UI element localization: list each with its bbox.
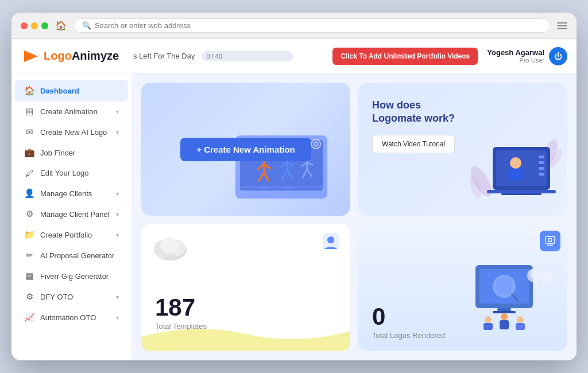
address-input[interactable] [95, 21, 541, 30]
chevron-icon-3: ▾ [116, 191, 119, 197]
ai-proposal-icon: ✏ [24, 250, 34, 261]
chevron-icon-6: ▾ [116, 294, 119, 300]
maximize-button[interactable] [41, 22, 48, 29]
sidebar-label-fiverr-gig: Fiverr Gig Generator [40, 272, 109, 281]
create-animation-icon: ▤ [24, 106, 34, 116]
create-animation-card: + Create New Animation [141, 83, 350, 216]
svg-rect-41 [487, 190, 556, 193]
svg-point-55 [496, 278, 512, 294]
sidebar-item-dfy-oto[interactable]: ⚙ DFY OTO ▾ [15, 286, 128, 307]
browser-chrome: 🏠 🔍 [11, 13, 577, 39]
svg-point-26 [258, 186, 270, 189]
svg-rect-39 [539, 167, 544, 170]
user-area: Yogesh Agarwal Pro User ⏻ [487, 47, 567, 65]
tutorial-heading-line1: How does [372, 99, 421, 111]
sidebar-label-create-animation: Create Animation [40, 107, 98, 116]
home-icon[interactable]: 🏠 [55, 20, 67, 31]
svg-point-50 [548, 238, 552, 242]
logo-icon [21, 46, 41, 67]
sidebar-label-create-portfolio: Create Portfolio [40, 231, 92, 239]
svg-marker-0 [24, 50, 38, 62]
tutorial-heading-line2: Logomate work? [372, 112, 455, 124]
sidebar-item-dashboard[interactable]: 🏠 Dashboard [15, 80, 128, 101]
svg-rect-37 [539, 156, 544, 158]
sidebar-item-create-portfolio[interactable]: 📁 Create Portfolio ▾ [15, 224, 128, 245]
sidebar-item-fiverr-gig[interactable]: ▦ Fiverr Gig Generator [15, 266, 128, 286]
sidebar-item-manage-clients[interactable]: 👤 Manage Clients ▾ [15, 183, 128, 204]
nav-center: s Left For The Day 0 / 40 [133, 51, 323, 61]
main-content: 🏠 Dashboard ▤ Create Animation ▾ ✉ Creat… [11, 73, 577, 360]
user-role: Pro User [487, 57, 544, 64]
sidebar-label-manage-client-panel: Manage Client Panel [40, 210, 110, 219]
search-icon: 🔍 [82, 21, 91, 30]
minimize-button[interactable] [31, 22, 38, 29]
sidebar-label-ai-proposal: AI Proposal Generator [40, 251, 114, 260]
edit-logo-icon: 🖊 [24, 168, 34, 178]
templates-card: 187 Total Templates [141, 224, 350, 351]
progress-text: 0 / 40 [206, 53, 222, 60]
progress-bar: 0 / 40 [202, 51, 293, 61]
sidebar-label-dashboard: Dashboard [40, 87, 79, 95]
chevron-icon-5: ▾ [116, 232, 119, 238]
sidebar-item-automation-oto[interactable]: 📈 Automation OTO ▾ [15, 307, 128, 328]
watch-video-button[interactable]: Watch Video Tutorial [372, 135, 455, 153]
chevron-icon: ▾ [116, 108, 119, 115]
sidebar-label-dfy-oto: DFY OTO [40, 293, 73, 301]
svg-point-46 [160, 238, 179, 254]
credits-label: s Left For The Day [133, 52, 195, 60]
person-icon [320, 233, 341, 258]
browser-window: 🏠 🔍 LogoAnimyze s Left For The Day [11, 13, 577, 360]
logos-count: 0 [372, 305, 554, 329]
automation-oto-icon: 📈 [24, 312, 34, 323]
close-button[interactable] [21, 22, 28, 29]
app-container: LogoAnimyze s Left For The Day 0 / 40 Cl… [11, 39, 577, 360]
sidebar-label-job-finder: Job Finder [40, 149, 75, 157]
sidebar-item-create-ai-logo[interactable]: ✉ Create New AI Logo ▾ [15, 122, 128, 142]
sidebar-label-manage-clients: Manage Clients [40, 189, 92, 198]
sidebar-item-manage-client-panel[interactable]: ⚙ Manage Client Panel ▾ [15, 204, 128, 224]
manage-client-panel-icon: ⚙ [24, 209, 34, 219]
cloud-icon [150, 233, 191, 269]
logo-part1: Logo [44, 49, 72, 62]
svg-rect-40 [539, 173, 544, 176]
tutorial-heading: How does Logomate work? [372, 99, 554, 126]
dashboard-icon: 🏠 [24, 86, 34, 96]
create-portfolio-icon: 📁 [24, 230, 34, 240]
sidebar-item-ai-proposal[interactable]: ✏ AI Proposal Generator [15, 245, 128, 266]
svg-rect-38 [539, 161, 544, 164]
create-ai-logo-icon: ✉ [24, 127, 34, 137]
svg-point-60 [527, 269, 541, 282]
logo-part2: Animyze [72, 49, 119, 62]
sidebar-item-edit-logo[interactable]: 🖊 Edit Your Logo [15, 163, 128, 183]
chevron-icon-7: ▾ [116, 314, 119, 321]
sidebar-item-create-animation[interactable]: ▤ Create Animation ▾ [15, 101, 128, 122]
dashboard-content: + Create New Animation [132, 73, 577, 360]
menu-button[interactable] [557, 22, 567, 29]
sidebar: 🏠 Dashboard ▤ Create Animation ▾ ✉ Creat… [11, 73, 132, 360]
user-name: Yogesh Agarwal [487, 48, 544, 57]
svg-rect-42 [501, 193, 541, 195]
chevron-icon-4: ▾ [116, 211, 119, 217]
svg-point-27 [281, 186, 293, 189]
manage-clients-icon: 👤 [24, 188, 34, 199]
logos-rendered-card: 0 Total Logos Rendered [358, 224, 567, 351]
address-bar[interactable]: 🔍 [74, 18, 550, 33]
top-nav: LogoAnimyze s Left For The Day 0 / 40 Cl… [11, 39, 577, 73]
power-button[interactable]: ⏻ [549, 47, 567, 65]
svg-point-48 [327, 236, 334, 243]
sidebar-label-automation-oto: Automation OTO [40, 313, 96, 322]
create-new-animation-button[interactable]: + Create New Animation [180, 138, 311, 161]
sidebar-item-job-finder[interactable]: 💼 Job Finder [15, 142, 128, 163]
templates-count: 187 [155, 296, 336, 320]
dfy-oto-icon: ⚙ [24, 292, 34, 302]
add-portfolio-button[interactable]: Click To Add Unlimited Portfolio Videos [332, 48, 478, 65]
fiverr-gig-icon: ▦ [24, 271, 34, 281]
tutorial-illustration [470, 135, 562, 210]
sidebar-label-create-ai-logo: Create New AI Logo [40, 128, 107, 137]
job-finder-icon: 💼 [24, 147, 34, 158]
svg-point-61 [541, 271, 553, 282]
templates-label: Total Templates [155, 322, 336, 331]
chevron-icon-2: ▾ [116, 129, 119, 135]
tutorial-card: How does Logomate work? Watch Video Tuto… [358, 83, 567, 216]
logo-area: LogoAnimyze [21, 46, 124, 67]
